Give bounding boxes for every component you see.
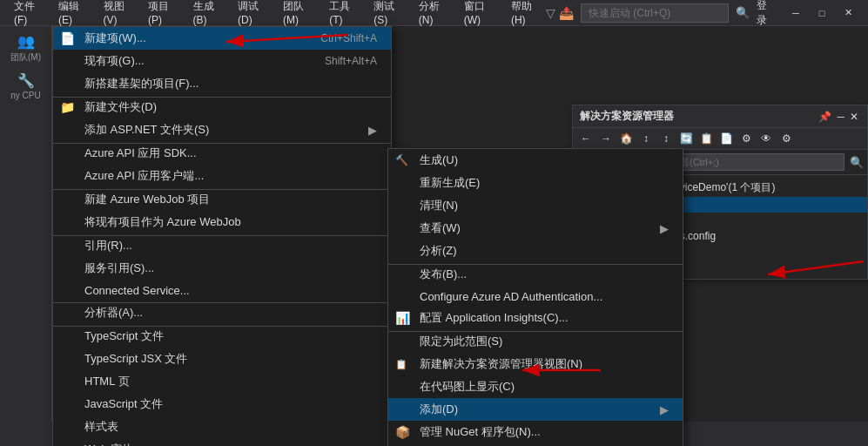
ctx-aspnet-folder[interactable]: 添加 ASP.NET 文件夹(S) ▶ xyxy=(53,118,391,141)
solution-view-icon: 📋 xyxy=(395,359,407,370)
main-area: 👥 团队(M) 🔧 ny CPU 📄 新建项(W)... Ctrl+Shift+… xyxy=(0,26,868,422)
menu-window[interactable]: 窗口(W) xyxy=(457,0,501,28)
ctx-add[interactable]: 添加(D) ▶ xyxy=(388,398,683,421)
ctx-configure-azure-ad[interactable]: Configure Azure AD Authentication... xyxy=(388,286,683,307)
ctx-connected-service[interactable]: Connected Service... xyxy=(53,280,391,301)
toolbar-extra-btn[interactable]: ⚙ xyxy=(777,130,796,147)
build-icon: 🔨 xyxy=(395,154,408,166)
add-arrow-icon: ▶ xyxy=(660,403,669,416)
topbar-right: ▽ 📤 🔍 登录 ─ □ ✕ xyxy=(546,0,861,28)
sidebar-item-cpu[interactable]: 🔧 ny CPU xyxy=(0,69,51,104)
ctx-azure-api-client[interactable]: Azure API 应用客户端... xyxy=(53,165,391,187)
window-controls: ─ □ ✕ xyxy=(783,0,861,26)
ctx-analyze-z[interactable]: 分析(Z) xyxy=(388,240,683,262)
cpu-icon: 🔧 xyxy=(17,72,35,89)
toolbar-refresh-btn[interactable]: 🔄 xyxy=(676,130,696,147)
content-area: 📄 新建项(W)... Ctrl+Shift+A 现有项(G)... Shift… xyxy=(52,26,868,422)
appinsights-icon: 📊 xyxy=(395,311,410,325)
pin-icon[interactable]: 📌 xyxy=(817,111,833,123)
ctx-manage-nuget[interactable]: 📦 管理 NuGet 程序包(N)... xyxy=(388,421,683,443)
quick-launch-input[interactable] xyxy=(581,3,729,23)
project-context-menu[interactable]: 🔨 生成(U) 重新生成(E) 清理(N) 查看(W) ▶ 分析(Z) 发布(B… xyxy=(387,148,683,446)
ctx-typescript-jsx[interactable]: TypeScript JSX 文件 xyxy=(53,348,391,370)
main-menu: 文件(F) 编辑(E) 视图(V) 项目(P) 生成(B) 调试(D) 团队(M… xyxy=(7,0,546,28)
toolbar-preview-btn[interactable]: 👁 xyxy=(757,130,776,147)
search-icon[interactable]: 🔍 xyxy=(736,6,750,19)
panel-title-bar: 解决方案资源管理器 📌 ─ ✕ xyxy=(573,105,867,128)
view-arrow-icon: ▶ xyxy=(660,222,669,235)
panel-title: 解决方案资源管理器 xyxy=(580,109,674,124)
ctx-javascript[interactable]: JavaScript 文件 xyxy=(53,393,391,416)
ctx-html[interactable]: HTML 页 xyxy=(53,370,391,393)
menu-build[interactable]: 生成(B) xyxy=(186,0,228,28)
solution-search-icon[interactable]: 🔍 xyxy=(850,156,864,169)
sidebar: 👥 团队(M) 🔧 ny CPU xyxy=(0,26,52,422)
ctx-new-folder[interactable]: 📁 新建文件夹(D) xyxy=(53,97,391,118)
ctx-configure-appinsights[interactable]: 📊 配置 Application Insights(C)... xyxy=(388,307,683,329)
team-icon: 👥 xyxy=(17,33,35,50)
ctx-scope[interactable]: 限定为此范围(S) xyxy=(388,331,683,353)
filter-icon: ▽ xyxy=(546,6,555,20)
menu-team[interactable]: 团队(M) xyxy=(276,0,319,28)
ctx-existing-webjob[interactable]: 将现有项目作为 Azure WebJob xyxy=(53,211,391,233)
ctx-build[interactable]: 🔨 生成(U) xyxy=(388,149,683,172)
ctx-show-codemap[interactable]: 在代码图上显示(C) xyxy=(388,375,683,398)
ctx-scaffold[interactable]: 新搭建基架的项目(F)... xyxy=(53,72,391,95)
ctx-reference[interactable]: 引用(R)... xyxy=(53,235,391,257)
ctx-existing-item[interactable]: 现有项(G)... Shift+Alt+A xyxy=(53,50,391,72)
nuget-icon: 📦 xyxy=(395,425,410,439)
ctx-publish[interactable]: 发布(B)... xyxy=(388,264,683,286)
ctx-stylesheet[interactable]: 样式表 xyxy=(53,416,391,438)
toolbar-properties-btn[interactable]: 📄 xyxy=(717,130,736,147)
ctx-azure-api-sdk[interactable]: Azure API 应用 SDK... xyxy=(53,143,391,165)
menu-bar: 文件(F) 编辑(E) 视图(V) 项目(P) 生成(B) 调试(D) 团队(M… xyxy=(0,0,868,26)
menu-debug[interactable]: 调试(D) xyxy=(231,0,273,28)
ctx-new-webjob[interactable]: 新建 Azure WebJob 项目 xyxy=(53,189,391,211)
ctx-view[interactable]: 查看(W) ▶ xyxy=(388,217,683,240)
toolbar-collapse-btn[interactable]: ↕ xyxy=(656,130,676,147)
ctx-service-ref[interactable]: 服务引用(S)... xyxy=(53,257,391,280)
close-button[interactable]: ✕ xyxy=(835,0,861,26)
toolbar-back-btn[interactable]: ← xyxy=(576,130,595,147)
menu-view[interactable]: 视图(V) xyxy=(97,0,138,28)
new-item-icon: 📄 xyxy=(60,31,75,45)
toolbar-settings-btn[interactable]: ⚙ xyxy=(737,130,756,147)
ctx-rebuild[interactable]: 重新生成(E) xyxy=(388,172,683,194)
ctx-clean[interactable]: 清理(N) xyxy=(388,194,683,217)
share-icon: 📤 xyxy=(559,6,574,20)
ctx-webform[interactable]: Web 窗体 xyxy=(53,438,391,446)
menu-test[interactable]: 测试(S) xyxy=(367,0,408,28)
login-label[interactable]: 登录 xyxy=(757,0,776,28)
folder-icon: 📁 xyxy=(60,100,75,114)
arrow-icon: ▶ xyxy=(368,124,377,137)
toolbar-copy-btn[interactable]: 📋 xyxy=(696,130,716,147)
sidebar-item-team[interactable]: 👥 团队(M) xyxy=(0,30,51,67)
ctx-new-item[interactable]: 📄 新建项(W)... Ctrl+Shift+A xyxy=(53,27,391,50)
ctx-new-solution-view[interactable]: 📋 新建解决方案资源管理器视图(N) xyxy=(388,353,683,375)
menu-analyze[interactable]: 分析(N) xyxy=(412,0,454,28)
toolbar-sync-btn[interactable]: ↕ xyxy=(636,130,656,147)
ctx-analyzer[interactable]: 分析器(A)... xyxy=(53,302,391,324)
toolbar-forward-btn[interactable]: → xyxy=(596,130,616,147)
panel-minimize-icon[interactable]: ─ xyxy=(835,111,846,123)
menu-help[interactable]: 帮助(H) xyxy=(504,0,546,28)
menu-tools[interactable]: 工具(T) xyxy=(322,0,363,28)
ctx-typescript[interactable]: TypeScript 文件 xyxy=(53,326,391,348)
menu-project[interactable]: 项目(P) xyxy=(141,0,183,28)
toolbar-home-btn[interactable]: 🏠 xyxy=(616,130,636,147)
minimize-button[interactable]: ─ xyxy=(783,0,809,26)
panel-close-icon[interactable]: ✕ xyxy=(848,111,860,123)
panel-controls: 📌 ─ ✕ xyxy=(817,111,860,123)
menu-file[interactable]: 文件(F) xyxy=(7,0,48,28)
maximize-button[interactable]: □ xyxy=(809,0,835,26)
sidebar-team-label: 团队(M) xyxy=(10,51,41,64)
sidebar-cpu-label: ny CPU xyxy=(10,91,40,100)
panel-toolbar: ← → 🏠 ↕ ↕ 🔄 📋 📄 ⚙ 👁 ⚙ xyxy=(573,128,867,150)
menu-edit[interactable]: 编辑(E) xyxy=(51,0,93,28)
add-submenu[interactable]: 📄 新建项(W)... Ctrl+Shift+A 现有项(G)... Shift… xyxy=(52,26,392,446)
